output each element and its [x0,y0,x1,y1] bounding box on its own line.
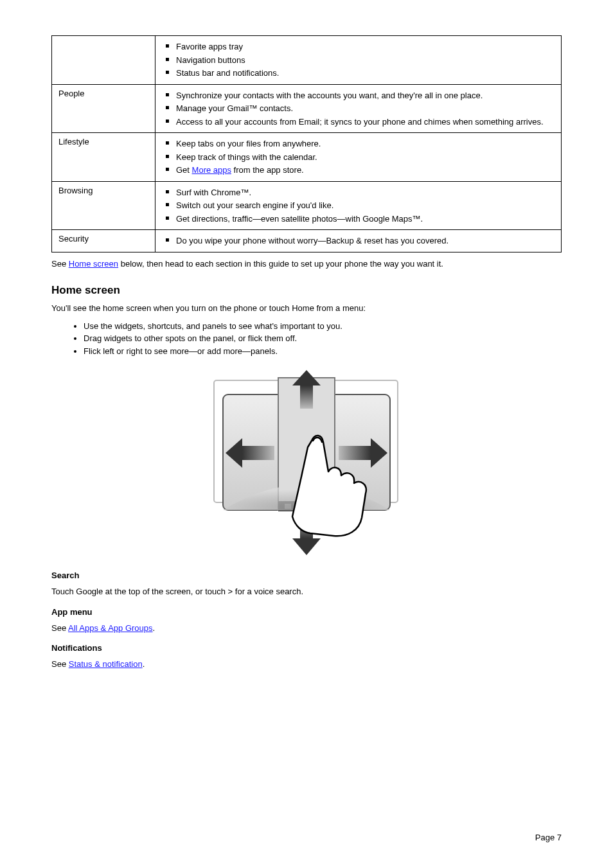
app-menu-text: See All Apps & App Groups. [51,622,562,635]
home-screen-link[interactable]: Home screen [69,259,118,269]
svg-marker-16 [292,538,321,555]
row-label: Security [52,230,155,252]
list-item: Use the widgets, shortcuts, and panels t… [84,320,562,333]
feature-bullets: Use the widgets, shortcuts, and panels t… [84,320,562,358]
row-content: Synchronize your contacts with the accou… [155,84,562,133]
list-item: Keep track of things with the calendar. [162,151,555,164]
text: See [51,259,69,269]
row-label: Lifestyle [52,133,155,182]
row-content: Do you wipe your phone without worry—Bac… [155,230,562,252]
subhead-app-menu: App menu [51,607,562,617]
table-row: Lifestyle Keep tabs on your files from a… [52,133,562,182]
table-row: Favorite apps tray Navigation buttons St… [52,36,562,85]
status-notification-link[interactable]: Status & notification [69,659,143,669]
text: See [51,623,68,633]
list-item: Do you wipe your phone without worry—Bac… [162,235,555,247]
subhead-search: Search [51,571,562,580]
row-label [52,36,155,85]
row-label: Browsing [52,181,155,230]
notifications-text: See Status & notification. [51,658,562,671]
svg-rect-13 [300,385,313,409]
list-item: Navigation buttons [162,54,555,67]
text: Get [176,165,192,175]
list-item: Manage your Gmail™ contacts. [162,102,555,115]
list-item: Get directions, traffic—even satellite p… [162,213,555,226]
list-item: Surf with Chrome™. [162,186,555,199]
list-item: Switch out your search engine if you'd l… [162,199,555,212]
more-apps-link[interactable]: More apps [192,165,231,175]
list-item: Drag widgets to other spots on the panel… [84,332,562,345]
table-row: Browsing Surf with Chrome™. Switch out y… [52,181,562,230]
table-row: Security Do you wipe your phone without … [52,230,562,252]
row-content: Surf with Chrome™. Switch out your searc… [155,181,562,230]
text: . [143,659,145,669]
list-item: Synchronize your contacts with the accou… [162,89,555,102]
svg-rect-11 [339,446,371,460]
swipe-panels-illustration [191,369,422,562]
intro-text: You'll see the home screen when you turn… [51,302,562,315]
text: below, then head to each section in this… [118,259,443,269]
subhead-notifications: Notifications [51,643,562,653]
row-content: Keep tabs on your files from anywhere. K… [155,133,562,182]
list-item: Flick left or right to see more—or add m… [84,345,562,358]
heading-home-screen: Home screen [51,284,562,297]
all-apps-link[interactable]: All Apps & App Groups [68,623,153,633]
list-item: Keep tabs on your files from anywhere. [162,137,555,150]
list-item: Status bar and notifications. [162,67,555,80]
text: from the app store. [231,165,304,175]
table-row: People Synchronize your contacts with th… [52,84,562,133]
search-text: Touch Google at the top of the screen, o… [51,585,562,598]
row-label: People [52,84,155,133]
paragraph: See Home screen below, then head to each… [51,258,562,270]
svg-rect-9 [242,446,274,460]
features-table: Favorite apps tray Navigation buttons St… [51,35,562,252]
text: . [153,623,155,633]
page-number: Page 7 [535,833,562,842]
text: See [51,659,69,669]
row-content: Favorite apps tray Navigation buttons St… [155,36,562,85]
list-item: Access to all your accounts from Email; … [162,116,555,128]
list-item: Get More apps from the app store. [162,164,555,177]
list-item: Favorite apps tray [162,40,555,53]
